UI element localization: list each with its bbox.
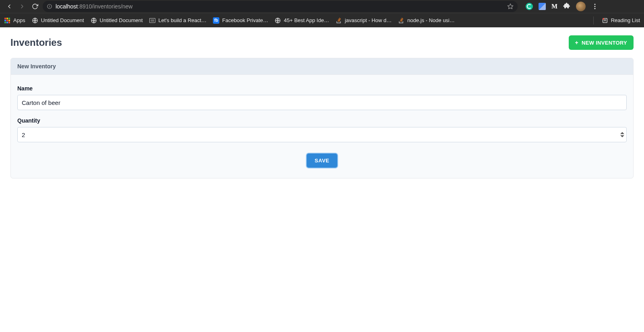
svg-marker-3 xyxy=(508,4,513,9)
form-group-quantity: Quantity xyxy=(17,117,627,142)
globe-icon xyxy=(275,17,281,24)
reload-button[interactable] xyxy=(31,3,39,10)
bookmarks-bar: Apps Untitled Document Untitled Document… xyxy=(0,13,644,27)
extensions-menu-icon[interactable] xyxy=(563,2,570,11)
url-host: localhost xyxy=(56,3,78,10)
bookmark-label: Untitled Document xyxy=(100,17,143,23)
svg-point-5 xyxy=(594,6,596,7)
separator xyxy=(593,16,594,25)
form-group-name: Name xyxy=(17,85,627,110)
reading-list-icon xyxy=(602,17,608,24)
url-path: :8910/inventories/new xyxy=(78,3,132,10)
google-translate-extension-icon[interactable] xyxy=(539,3,546,10)
card-body: Name Quantity SAVE xyxy=(11,75,633,178)
facebook-icon: fb xyxy=(213,17,219,24)
bookmark-label: Untitled Document xyxy=(41,17,84,23)
globe-icon xyxy=(32,17,38,24)
back-button[interactable] xyxy=(6,3,13,10)
stepper-up-icon[interactable] xyxy=(620,132,624,135)
address-bar[interactable]: localhost:8910/inventories/new xyxy=(43,1,518,12)
bookmark-label: node.js - Node usi… xyxy=(407,17,455,23)
bookmark-star-icon[interactable] xyxy=(507,3,514,10)
apps-shortcut[interactable]: Apps xyxy=(4,17,25,24)
bookmark-item[interactable]: Let's build a React… xyxy=(149,17,207,24)
grammarly-extension-icon[interactable] xyxy=(526,3,533,10)
plus-icon: + xyxy=(575,39,578,46)
quantity-input[interactable] xyxy=(17,127,627,142)
bookmark-item[interactable]: javascript - How d… xyxy=(336,17,392,24)
bookmark-label: Apps xyxy=(13,17,25,23)
browser-toolbar: localhost:8910/inventories/new M xyxy=(0,0,644,13)
svg-point-13 xyxy=(603,18,604,20)
stackoverflow-icon xyxy=(398,17,405,24)
bookmark-item[interactable]: Untitled Document xyxy=(32,17,84,24)
bookmark-item[interactable]: fb Facebook Private… xyxy=(213,17,268,24)
bookmark-label: javascript - How d… xyxy=(345,17,392,23)
chrome-menu-icon[interactable] xyxy=(591,3,599,10)
url: localhost:8910/inventories/new xyxy=(56,3,132,10)
card-header: New Inventory xyxy=(11,58,633,75)
svg-point-4 xyxy=(594,4,596,5)
site-info-icon xyxy=(47,4,52,9)
nav-buttons xyxy=(6,3,39,10)
page-content: Inventories + NEW INVENTORY New Inventor… xyxy=(0,27,644,186)
save-button[interactable]: SAVE xyxy=(307,154,337,168)
page-title: Inventories xyxy=(10,37,62,48)
page-header: Inventories + NEW INVENTORY xyxy=(10,35,634,50)
bookmark-label: Reading List xyxy=(611,17,640,23)
apps-icon xyxy=(4,17,10,24)
bookmark-item[interactable]: Untitled Document xyxy=(91,17,143,24)
svg-point-6 xyxy=(594,8,596,9)
save-wrap: SAVE xyxy=(17,154,627,168)
profile-avatar[interactable] xyxy=(576,2,586,11)
extensions: M xyxy=(526,2,599,11)
name-label: Name xyxy=(17,85,627,92)
forward-button[interactable] xyxy=(19,3,26,10)
bookmark-item[interactable]: node.js - Node usi… xyxy=(398,17,455,24)
bookmark-label: Facebook Private… xyxy=(222,17,268,23)
medium-extension-icon[interactable]: M xyxy=(551,3,557,10)
new-inventory-card: New Inventory Name Quantity SAVE xyxy=(10,58,634,178)
new-inventory-label: NEW INVENTORY xyxy=(582,40,627,46)
quantity-label: Quantity xyxy=(17,117,627,124)
dev-icon xyxy=(149,17,156,24)
bookmark-item[interactable]: 45+ Best App Ide… xyxy=(275,17,329,24)
name-input[interactable] xyxy=(17,95,627,110)
bookmark-label: Let's build a React… xyxy=(159,17,207,23)
stepper-down-icon[interactable] xyxy=(620,135,624,138)
stackoverflow-icon xyxy=(336,17,342,24)
quantity-stepper xyxy=(620,132,624,138)
bookmark-label: 45+ Best App Ide… xyxy=(284,17,329,23)
reading-list[interactable]: Reading List xyxy=(602,17,640,24)
svg-point-2 xyxy=(49,5,50,6)
new-inventory-button[interactable]: + NEW INVENTORY xyxy=(569,35,634,50)
globe-icon xyxy=(91,17,97,24)
